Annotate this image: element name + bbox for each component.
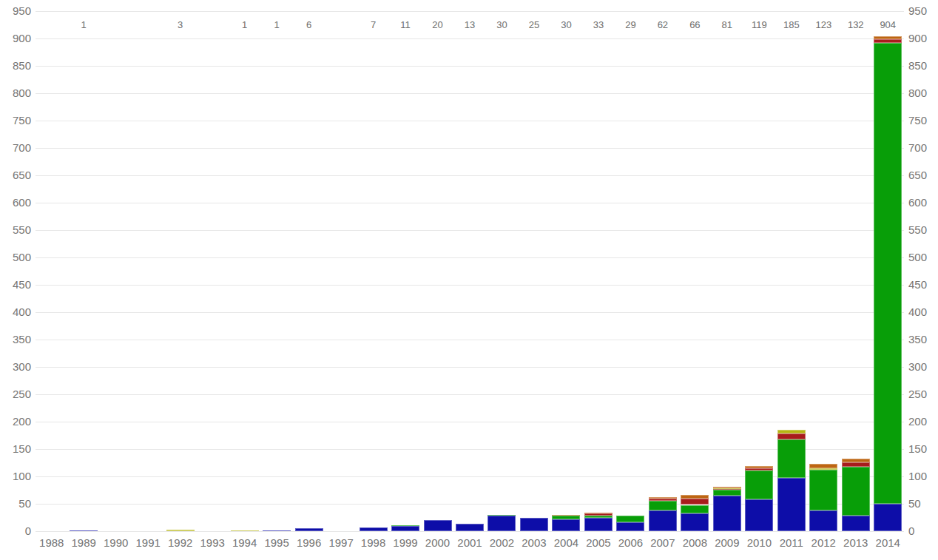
gridline <box>36 93 904 94</box>
bar-segment-dark_red[interactable] <box>874 39 902 43</box>
bar-segment-blue[interactable] <box>713 496 741 531</box>
bar-segment-blue[interactable] <box>456 524 484 531</box>
bar-group[interactable] <box>360 527 388 531</box>
bar-group[interactable] <box>649 497 677 531</box>
bar-segment-olive[interactable] <box>231 530 259 531</box>
bar-segment-blue[interactable] <box>874 504 902 531</box>
bar-segment-dark_red[interactable] <box>777 434 806 439</box>
bar-segment-green[interactable] <box>584 516 613 519</box>
bar-segment-olive[interactable] <box>809 468 837 470</box>
bar-group[interactable] <box>487 515 516 531</box>
bar-segment-blue[interactable] <box>295 528 323 531</box>
bar-segment-green[interactable] <box>874 43 902 504</box>
gridline <box>36 394 904 395</box>
bar-segment-orange[interactable] <box>681 495 709 499</box>
bar-segment-orange[interactable] <box>874 36 902 39</box>
bar-segment-green[interactable] <box>391 525 419 526</box>
bar-segment-blue[interactable] <box>487 516 516 531</box>
bar-segment-orange[interactable] <box>713 487 741 488</box>
bar-segment-blue[interactable] <box>649 510 677 531</box>
bar-segment-green[interactable] <box>487 515 516 516</box>
bar-group[interactable] <box>809 464 837 531</box>
bar-group[interactable] <box>166 530 195 531</box>
bar-segment-dark_red[interactable] <box>745 468 773 470</box>
bar-segment-green[interactable] <box>713 490 741 496</box>
y-axis-label-left: 50 <box>0 498 31 510</box>
bar-segment-orange[interactable] <box>809 464 837 468</box>
y-axis-label-right: 400 <box>908 306 938 318</box>
bar-segment-blue[interactable] <box>809 510 837 531</box>
bar-group[interactable] <box>391 525 419 531</box>
bar-segment-orange[interactable] <box>842 459 870 462</box>
bar-segment-green[interactable] <box>616 516 644 523</box>
y-axis-label-left: 400 <box>0 306 31 318</box>
bar-segment-green[interactable] <box>777 439 806 479</box>
bar-segment-blue[interactable] <box>584 518 613 531</box>
bar-group[interactable] <box>616 516 644 531</box>
bar-segment-blue[interactable] <box>616 522 644 531</box>
bar-group[interactable] <box>263 530 291 531</box>
y-axis-label-right: 200 <box>908 416 938 428</box>
bar-group[interactable] <box>842 459 870 531</box>
gridline <box>36 285 904 286</box>
bar-segment-green[interactable] <box>745 470 773 499</box>
y-axis-label-left: 650 <box>0 169 31 181</box>
bar-segment-blue[interactable] <box>745 499 773 531</box>
bar-segment-blue[interactable] <box>552 519 580 531</box>
bar-segment-orange[interactable] <box>745 466 773 468</box>
bar-group[interactable] <box>552 515 580 531</box>
y-axis-label-right: 650 <box>908 169 938 181</box>
bar-group[interactable] <box>424 520 452 531</box>
bar-segment-blue[interactable] <box>681 513 709 531</box>
bar-group[interactable] <box>713 487 741 531</box>
bar-segment-green[interactable] <box>552 516 580 519</box>
bar-group[interactable] <box>295 528 323 531</box>
gridline <box>36 422 904 422</box>
bar-segment-blue[interactable] <box>842 516 870 531</box>
bar-segment-blue[interactable] <box>391 526 419 531</box>
bar-segment-dark_red[interactable] <box>842 462 870 467</box>
gridline <box>36 230 904 231</box>
bar-segment-blue[interactable] <box>424 520 452 531</box>
bar-group[interactable] <box>681 495 709 531</box>
bar-segment-olive[interactable] <box>166 530 195 531</box>
bar-segment-dark_red[interactable] <box>584 513 613 515</box>
bar-segment-green[interactable] <box>649 501 677 510</box>
bar-segment-blue[interactable] <box>263 530 291 531</box>
bar-group[interactable] <box>874 36 902 531</box>
bar-segment-blue[interactable] <box>777 478 806 531</box>
total-label: 6 <box>287 19 331 30</box>
bar-segment-dark_red[interactable] <box>681 499 709 505</box>
bar-group[interactable] <box>777 430 806 531</box>
bar-segment-orange[interactable] <box>584 513 613 513</box>
gridline <box>36 312 904 313</box>
plot-area <box>36 11 904 531</box>
y-axis-label-right: 700 <box>908 142 938 154</box>
gridline <box>36 449 904 450</box>
bar-segment-green[interactable] <box>809 470 837 510</box>
gridline <box>36 38 904 39</box>
bar-group[interactable] <box>745 466 773 531</box>
bar-segment-orange[interactable] <box>552 515 580 516</box>
bar-segment-green[interactable] <box>842 467 870 516</box>
y-axis-label-right: 250 <box>908 388 938 400</box>
y-axis-label-right: 950 <box>908 5 938 17</box>
y-axis-label-right: 850 <box>908 60 938 72</box>
bar-group[interactable] <box>456 524 484 531</box>
bar-segment-dark_red[interactable] <box>649 499 677 501</box>
y-axis-label-left: 950 <box>0 5 31 17</box>
bar-segment-blue[interactable] <box>360 527 388 531</box>
gridline <box>36 175 904 176</box>
y-axis-label-right: 550 <box>908 224 938 236</box>
gridline <box>36 257 904 258</box>
bar-segment-blue[interactable] <box>70 530 98 531</box>
bar-segment-orange[interactable] <box>649 497 677 498</box>
bar-segment-olive[interactable] <box>777 430 806 434</box>
bar-group[interactable] <box>231 530 259 531</box>
bar-segment-blue[interactable] <box>520 518 548 532</box>
bar-group[interactable] <box>70 530 98 531</box>
bar-group[interactable] <box>584 513 613 531</box>
y-axis-label-right: 350 <box>908 334 938 345</box>
bar-segment-green[interactable] <box>681 505 709 513</box>
bar-group[interactable] <box>520 518 548 532</box>
